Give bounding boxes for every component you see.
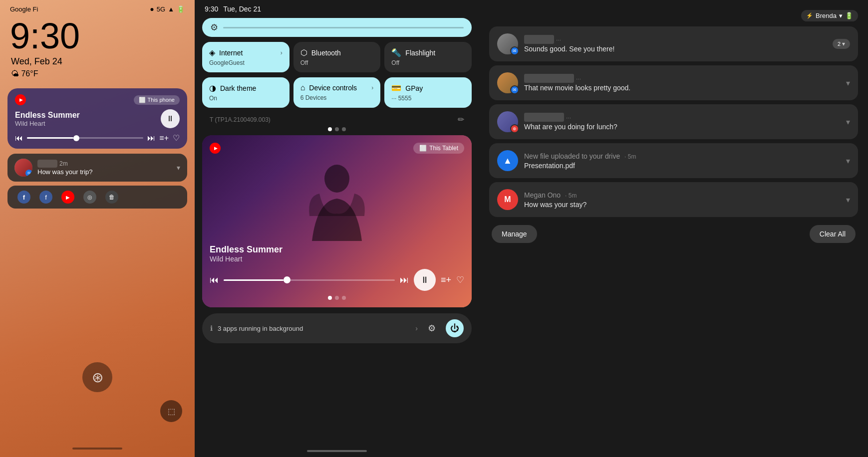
message-florian: That new movie looks pretty good. [524,84,840,92]
chevron-down-icon: ▾ [842,40,845,47]
power-button[interactable]: ⏻ [446,319,464,337]
edit-icon[interactable]: ✏ [458,115,464,124]
large-prev-button[interactable]: ⏮ [210,275,219,285]
expand-chevron-megan[interactable]: ▾ [846,195,850,205]
notif-card-3[interactable]: ⊕ ··· What are you doing for lunch? ▾ [489,104,858,139]
phone-status-bar: Google Fi ● 5G ▲ 🔋 [0,0,195,15]
qs-tile-darktheme[interactable]: ◑ Dark theme On [202,77,289,108]
battery-icon: 🔋 [177,5,185,13]
heart-icon[interactable]: ♡ [173,133,180,143]
large-progress-dot [284,276,290,283]
large-progress-bar[interactable] [224,279,395,281]
phone-home-bar [72,448,122,450]
music-widget-header: ⬜ This phone [15,94,180,105]
page-dot-3 [342,127,346,131]
message-drive: Presentation.pdf [524,162,840,170]
pause-button[interactable] [161,109,180,128]
expand-chevron-2[interactable]: ▾ [846,78,850,88]
notif-card-2[interactable]: ✉ ··· That new movie looks pretty good. … [489,65,858,100]
notif-card-1[interactable]: ✉ ··· Sounds good. See you there! 2 ▾ [489,26,858,61]
notif-message: How was your trip? [37,168,172,176]
avatar-patrick: ⊕ [497,111,518,132]
notif-sender: 2m [37,160,172,167]
notif-content-1: ··· Sounds good. See you there! [524,35,827,53]
this-tablet-badge: ⬜ This Tablet [413,143,464,154]
expand-button-1[interactable]: 2 ▾ [833,39,850,49]
large-heart-icon[interactable]: ♡ [456,274,464,285]
expand-chevron-drive[interactable]: ▾ [846,156,850,166]
expand-chevron-3[interactable]: ▾ [846,117,850,127]
power-icon: ⏻ [450,323,459,334]
qs-tile-flashlight[interactable]: 🔦 Flashlight Off [384,42,472,72]
fingerprint-button[interactable]: ⊛ [82,362,112,392]
svg-point-0 [324,165,349,193]
notif-avatar: ✉ [14,159,32,177]
brightness-row[interactable]: ⚙ [202,18,472,37]
expand-chevron-icon[interactable]: ▾ [177,164,180,172]
notif-bottom-bar: Manage Clear All [489,221,858,243]
messages-icon[interactable]: ◎ [83,191,96,204]
screenshot-button[interactable]: ⬚ [160,400,182,422]
clear-all-button[interactable]: Clear All [810,225,856,243]
music-app-icon-large [210,143,221,154]
qs-flashlight-title: Flashlight [405,49,435,57]
phone-music-widget[interactable]: ⬜ This phone Endless Summer Wild Heart ⏮… [7,88,187,149]
sender-dots: ··· [556,36,561,43]
qs-darktheme-subtitle: On [209,95,283,102]
qs-tile-bluetooth[interactable]: ⬡ Bluetooth Off [293,42,381,72]
signal-bars-icon: ▲ [168,5,174,13]
message-megan: How was your stay? [524,201,840,209]
screenshot-icon: ⬚ [168,407,175,416]
background-chevron-icon: › [415,324,418,332]
music-player-large[interactable]: ⬜ This Tablet Endless Summer Wild Heart … [202,135,472,307]
brightness-icon: ⚙ [210,22,218,33]
large-next-button[interactable]: ⏭ [400,275,409,285]
next-button[interactable]: ⏭ [147,134,155,143]
tablet-home-bar [307,450,367,452]
drive-time: · 5m [624,153,636,160]
messages-badge-icon: ✉ [27,171,30,175]
fingerprint-icon: ⊛ [92,369,103,386]
tablet-panel: 9:30 Tue, Dec 21 ⚙ ◈ Internet › GoogleGu… [195,0,479,457]
qs-tile-flashlight-header: 🔦 Flashlight [391,48,465,57]
qs-tile-internet[interactable]: ◈ Internet › GoogleGuest [202,42,289,72]
trash-icon[interactable]: 🗑 [105,191,118,204]
facebook-icon[interactable]: f [17,191,30,204]
chevron2-icon: › [371,84,373,91]
music-subtitle: Wild Heart [15,120,156,127]
messages-badge-2: ✉ [510,85,519,94]
facebook2-icon[interactable]: f [39,191,52,204]
phone-notification[interactable]: ✉ 2m How was your trip? ▾ [7,154,187,182]
notif-card-megan[interactable]: M Megan Ono · 5m How was your stay? ▾ [489,182,858,217]
large-pause-button[interactable] [414,269,436,291]
qs-gpay-title: GPay [405,84,423,92]
prev-button[interactable]: ⏮ [15,134,23,143]
tablet-time: 9:30 [205,5,218,13]
tablet-status-bar: 9:30 Tue, Dec 21 [195,0,479,18]
qs-flashlight-subtitle: Off [391,59,465,66]
notif-time: 2m [59,160,68,167]
music-large-subtitle: Wild Heart [210,255,464,263]
notif-content-2: ··· That new movie looks pretty good. [524,74,840,92]
progress-bar[interactable] [27,137,143,139]
tablet-date: Tue, Dec 21 [223,5,261,13]
sender-patrick-blur [524,113,564,122]
qs-tile-devicecontrols[interactable]: ⌂ Device controls › 6 Devices [293,77,381,108]
background-apps-bar[interactable]: ℹ 3 apps running in background › ⚙ ⏻ [202,313,472,343]
qs-bluetooth-title: Bluetooth [311,49,341,57]
settings-icon-button[interactable]: ⚙ [423,319,441,337]
tablet-badge-label: This Tablet [429,145,458,152]
playlist-icon[interactable]: ≡+ [159,134,169,143]
qs-tile-gpay[interactable]: 💳 GPay ··· 5555 [384,77,472,108]
notif-right-drive: ▾ [846,156,850,166]
qs-tile-devicecontrols-header: ⌂ Device controls › [300,83,374,92]
youtube-icon[interactable]: ▶ [61,191,74,204]
large-playlist-icon[interactable]: ≡+ [441,275,451,285]
brightness-slider[interactable] [223,27,464,28]
manage-button[interactable]: Manage [492,225,537,243]
qs-gpay-subtitle: ··· 5555 [391,95,465,102]
notif-content-drive: New file uploaded to your drive · 5m Pre… [524,152,840,170]
notif-card-drive[interactable]: ▲ New file uploaded to your drive · 5m P… [489,143,858,178]
avatar-drive: ▲ [497,150,518,171]
progress-fill [27,137,73,139]
